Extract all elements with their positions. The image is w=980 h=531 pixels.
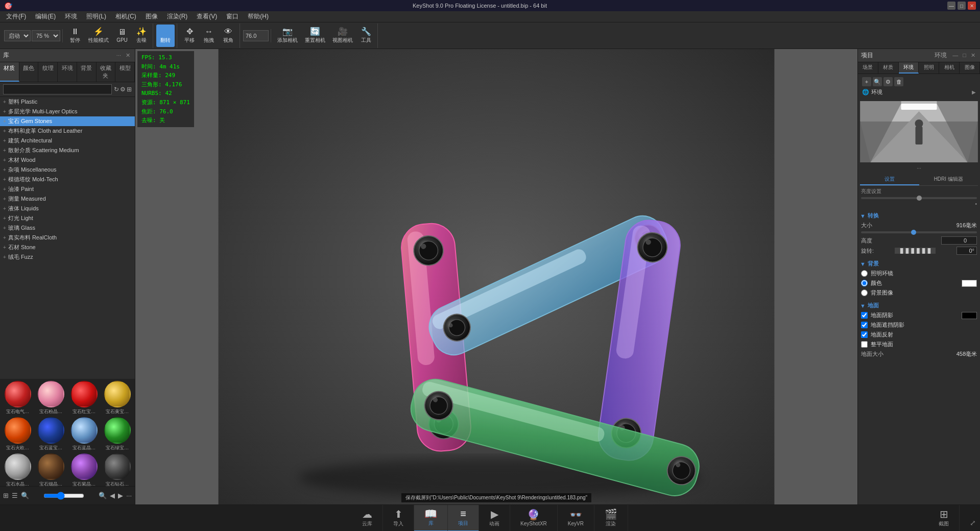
fov-input[interactable] (243, 30, 269, 41)
ground-occlusion-checkbox[interactable] (861, 322, 868, 328)
menu-item-e[interactable]: 编辑(E) (31, 11, 60, 22)
search-grid-icon[interactable]: ⊞ (127, 86, 132, 93)
mat-category-11[interactable]: +液体 Liquids (0, 204, 135, 213)
menu-item-r[interactable]: 渲染(R) (163, 11, 192, 22)
minimize-button[interactable]: — (947, 2, 955, 10)
search-settings-icon[interactable]: ⚙ (120, 86, 126, 93)
panel-close-icon[interactable]: ✕ (124, 52, 132, 59)
mat-category-9[interactable]: +油漆 Paint (0, 184, 135, 194)
view-camera-button[interactable]: 🎥 视图相机 (329, 25, 356, 47)
thumb-item-11[interactable]: 宝石钻石… (102, 453, 133, 486)
close-button[interactable]: ✕ (968, 2, 976, 10)
env-more-button[interactable]: ··· (858, 164, 980, 172)
cpu-dropdown[interactable]: 75 % (32, 30, 60, 41)
start-dropdown[interactable]: 启动 (4, 30, 31, 41)
brightness-slider[interactable] (861, 197, 977, 199)
size-slider[interactable] (861, 231, 977, 233)
panel-more-icon[interactable]: ··· (115, 52, 123, 59)
mat-category-1[interactable]: +多层光学 Multi-Layer Optics (0, 107, 135, 116)
menu-item-[interactable]: 图像 (141, 11, 162, 22)
right-panel-max-icon[interactable]: □ (961, 52, 968, 59)
thumb-item-3[interactable]: 宝石黄宝… (102, 381, 133, 415)
gpu-button[interactable]: 🖥 GPU (113, 25, 131, 47)
thumb-item-6[interactable]: 宝石蓝晶… (68, 417, 100, 451)
pause-button[interactable]: ⏸ 暂停 (66, 25, 84, 47)
grid-view-icon[interactable]: ⊞ (3, 492, 9, 499)
right-panel-close-icon[interactable]: ✕ (969, 52, 977, 59)
task-btn-screenshot[interactable]: ⊞ 截图 (928, 505, 960, 532)
env-settings-icon[interactable]: ⚙ (883, 77, 893, 86)
mat-category-10[interactable]: +测量 Measured (0, 194, 135, 204)
thumb-item-5[interactable]: 宝石蓝宝… (35, 417, 66, 451)
task-btn-keyvr[interactable]: 👓 KeyVR (558, 505, 594, 532)
denoise-button[interactable]: ✨ 去噪 (132, 25, 151, 47)
env-tab-hdri[interactable]: HDRI 编辑器 (919, 174, 978, 185)
prev-icon[interactable]: ◀ (110, 492, 115, 499)
task-btn-render[interactable]: 🎬 渲染 (594, 505, 628, 532)
ground-shadow-swatch[interactable] (962, 312, 977, 319)
mat-category-2[interactable]: +宝石 Gem Stones (0, 116, 135, 126)
maximize-button[interactable]: □ (958, 2, 966, 10)
menu-item-v[interactable]: 查看(V) (193, 11, 221, 22)
left-tab-2[interactable]: 纹理 (38, 62, 58, 82)
rotate-input[interactable] (957, 247, 977, 255)
left-tab-1[interactable]: 颜色 (19, 62, 39, 82)
menu-item-c[interactable]: 相机(C) (111, 11, 140, 22)
task-btn-import[interactable]: ⬆ 导入 (383, 505, 414, 532)
bg-image-radio[interactable] (861, 289, 868, 296)
mat-category-7[interactable]: +杂项 Miscellaneous (0, 165, 135, 175)
thumb-item-7[interactable]: 宝石绿宝… (102, 417, 133, 451)
right-tab-场景[interactable]: 场景 (858, 62, 878, 74)
thumb-item-10[interactable]: 宝石紫晶… (68, 453, 100, 486)
task-btn-animation[interactable]: ▶ 动画 (479, 505, 510, 532)
flat-ground-checkbox[interactable] (861, 341, 868, 348)
mat-category-14[interactable]: +真实布料 RealCloth (0, 233, 135, 243)
thumb-item-1[interactable]: 宝石粉晶… (35, 381, 66, 415)
menu-item-f[interactable]: 文件(F) (2, 11, 30, 22)
mat-category-13[interactable]: +玻璃 Glass (0, 223, 135, 233)
search-input[interactable] (3, 84, 112, 94)
thumb-item-2[interactable]: 宝石红宝… (68, 381, 100, 415)
mat-category-15[interactable]: +石材 Stone (0, 243, 135, 252)
left-tab-5[interactable]: 收藏夹 (97, 62, 116, 82)
mat-category-5[interactable]: +散射介质 Scattering Medium (0, 146, 135, 155)
left-tab-3[interactable]: 环境 (58, 62, 77, 82)
menu-item-l[interactable]: 照明(L) (82, 11, 110, 22)
transform-collapse-icon[interactable]: ▼ (860, 213, 866, 219)
brightness-thumb[interactable] (917, 196, 922, 201)
task-btn-keyshotxr[interactable]: 🔮 KeyShotXR (510, 505, 558, 532)
refresh-button[interactable]: ↻ 翻转 (156, 25, 175, 47)
right-tab-材质[interactable]: 材质 (878, 62, 899, 74)
right-tab-环境[interactable]: 环境 (899, 62, 919, 74)
right-tab-图像[interactable]: 图像 (960, 62, 980, 74)
zoom-in-icon[interactable]: 🔍 (99, 492, 107, 499)
ground-reflection-checkbox[interactable] (861, 331, 868, 338)
bg-collapse-icon[interactable]: ▼ (860, 261, 866, 267)
menu-item-[interactable]: 窗口 (222, 11, 243, 22)
search-refresh-icon[interactable]: ↻ (114, 86, 119, 93)
right-tab-照明[interactable]: 照明 (919, 62, 939, 74)
bg-color-radio[interactable] (861, 280, 868, 286)
mat-category-12[interactable]: +灯光 Light (0, 213, 135, 223)
thumb-item-4[interactable]: 宝石火欧… (2, 417, 33, 451)
env-add-icon[interactable]: + (862, 77, 871, 86)
more-icon[interactable]: ··· (126, 492, 132, 499)
thumb-item-8[interactable]: 宝石水晶… (2, 453, 33, 486)
right-panel-min-icon[interactable]: — (951, 52, 960, 59)
right-tab-相机[interactable]: 相机 (939, 62, 960, 74)
env-tree-expand[interactable]: ▶ (972, 89, 976, 95)
ground-shadow-checkbox[interactable] (861, 312, 868, 319)
perf-mode-button[interactable]: ⚡ 性能模式 (85, 25, 112, 47)
task-btn-project[interactable]: ≡ 项目 (448, 505, 479, 532)
thumb-item-0[interactable]: 宝石电气… (2, 381, 33, 415)
left-tab-0[interactable]: 材质 (0, 62, 19, 82)
env-delete-icon[interactable]: 🗑 (894, 77, 903, 86)
env-tree-row[interactable]: 🌐 环境 ▶ (860, 87, 978, 97)
mat-category-3[interactable]: +布料和皮革 Cloth and Leather (0, 126, 135, 136)
list-view-icon[interactable]: ☰ (12, 492, 18, 499)
env-search-icon[interactable]: 🔍 (873, 77, 882, 86)
view-toggle-button[interactable]: ⤢ (970, 519, 976, 527)
task-btn-cloud-library[interactable]: ☁ 云库 (352, 505, 383, 532)
zoom-slider[interactable] (43, 492, 84, 500)
mat-category-8[interactable]: +模德塔纹 Mold-Tech (0, 175, 135, 184)
